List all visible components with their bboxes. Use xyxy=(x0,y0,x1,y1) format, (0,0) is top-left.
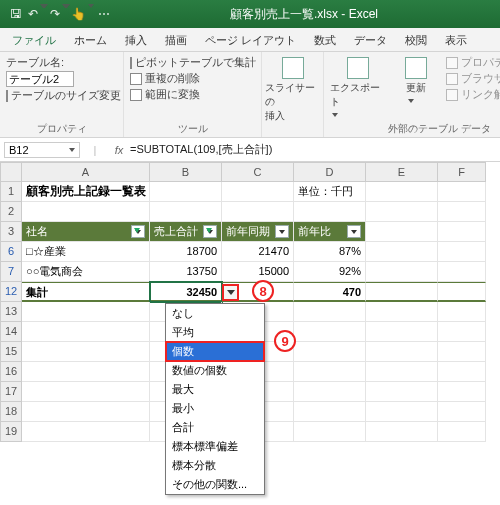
ribbon-group-external: エクスポート 更新 プロパティ ブラウザーで開く リンク解除 外部のテーブル デ… xyxy=(324,52,500,137)
filter-icon[interactable] xyxy=(203,225,217,238)
table-row[interactable]: ○○電気商会 xyxy=(22,262,150,282)
callout-9: 9 xyxy=(274,330,296,352)
agg-option-countnums[interactable]: 数値の個数 xyxy=(166,361,264,380)
totals-label[interactable]: 集計 xyxy=(22,282,150,302)
ribbon-slicer: スライサーの挿入 xyxy=(262,52,324,137)
row-header[interactable]: 15 xyxy=(0,342,22,362)
touch-mode-icon[interactable]: 👆 xyxy=(72,4,92,24)
redo-icon[interactable]: ↷ xyxy=(50,4,70,24)
row-header[interactable]: 14 xyxy=(0,322,22,342)
unit-label[interactable]: 単位：千円 xyxy=(294,182,366,202)
menu-tabs: ファイル ホーム 挿入 描画 ページ レイアウト 数式 データ 校閲 表示 xyxy=(0,28,500,52)
agg-option-average[interactable]: 平均 xyxy=(166,323,264,342)
th-total[interactable]: 売上合計 xyxy=(150,222,222,242)
tab-formulas[interactable]: 数式 xyxy=(306,29,344,51)
sheet-title[interactable]: 顧客別売上記録一覧表 xyxy=(22,182,150,202)
agg-option-max[interactable]: 最大 xyxy=(166,380,264,399)
col-header-a[interactable]: A xyxy=(22,162,150,182)
pivot-icon xyxy=(130,57,132,69)
row-header[interactable]: 1 xyxy=(0,182,22,202)
ribbon-group-properties: テーブル名: テーブルのサイズ変更 プロパティ xyxy=(0,52,124,137)
table-name-label: テーブル名: xyxy=(6,55,117,70)
table-name-input[interactable] xyxy=(6,71,74,87)
summarize-pivot-button[interactable]: ピボットテーブルで集計 xyxy=(130,55,255,70)
col-header-e[interactable]: E xyxy=(366,162,438,182)
ribbon: テーブル名: テーブルのサイズ変更 プロパティ ピボットテーブルで集計 重複の削… xyxy=(0,52,500,138)
column-headers: A B C D E F xyxy=(22,162,500,182)
refresh-icon xyxy=(405,57,427,79)
row-header[interactable]: 2 xyxy=(0,202,22,222)
name-box[interactable]: B12 xyxy=(4,142,80,158)
col-header-f[interactable]: F xyxy=(438,162,486,182)
agg-option-min[interactable]: 最小 xyxy=(166,399,264,418)
properties-icon xyxy=(446,57,458,69)
row-header[interactable]: 19 xyxy=(0,422,22,442)
tab-home[interactable]: ホーム xyxy=(66,29,115,51)
th-name[interactable]: 社名 xyxy=(22,222,150,242)
aggregate-menu: なし 平均 個数 数値の個数 最大 最小 合計 標本標準偏差 標本分散 その他の… xyxy=(165,303,265,495)
refresh-button[interactable]: 更新 xyxy=(388,55,444,120)
th-ratio[interactable]: 前年比 xyxy=(294,222,366,242)
open-browser-button[interactable]: ブラウザーで開く xyxy=(446,71,500,86)
quick-access-toolbar: 🖫 ↶ ↷ 👆 ⋯ xyxy=(6,4,114,24)
callout-8: 8 xyxy=(252,280,274,302)
tab-view[interactable]: 表示 xyxy=(437,29,475,51)
filter-icon[interactable] xyxy=(131,225,145,238)
agg-option-none[interactable]: なし xyxy=(166,304,264,323)
agg-option-count[interactable]: 個数 xyxy=(166,342,264,361)
range-icon xyxy=(130,89,142,101)
row-header[interactable]: 18 xyxy=(0,402,22,422)
row-header[interactable]: 12 xyxy=(0,282,22,302)
undo-icon[interactable]: ↶ xyxy=(28,4,48,24)
export-icon xyxy=(347,57,369,79)
formula-bar: B12 | fx =SUBTOTAL(109,[売上合計]) xyxy=(0,138,500,162)
th-prev[interactable]: 前年同期 xyxy=(222,222,294,242)
qat-more-icon[interactable]: ⋯ xyxy=(94,4,114,24)
save-icon[interactable]: 🖫 xyxy=(6,4,26,24)
col-header-d[interactable]: D xyxy=(294,162,366,182)
filter-icon[interactable] xyxy=(347,225,361,238)
row-header[interactable]: 6 xyxy=(0,242,22,262)
slicer-icon xyxy=(282,57,304,79)
row-header[interactable]: 17 xyxy=(0,382,22,402)
tab-data[interactable]: データ xyxy=(346,29,395,51)
resize-icon xyxy=(6,90,8,102)
filter-icon[interactable] xyxy=(275,225,289,238)
insert-slicer-button[interactable]: スライサーの挿入 xyxy=(265,55,321,123)
agg-option-more[interactable]: その他の関数... xyxy=(166,475,264,494)
agg-option-sum[interactable]: 合計 xyxy=(166,418,264,437)
properties-button[interactable]: プロパティ xyxy=(446,55,500,70)
table-row[interactable]: □☆産業 xyxy=(22,242,150,262)
totals-dropdown-button[interactable] xyxy=(222,284,239,301)
fx-icon[interactable]: fx xyxy=(110,144,128,156)
row-header[interactable]: 3 xyxy=(0,222,22,242)
browser-icon xyxy=(446,73,458,85)
tab-file[interactable]: ファイル xyxy=(4,29,64,51)
formula-input[interactable]: =SUBTOTAL(109,[売上合計]) xyxy=(128,142,500,157)
ribbon-group-tools: ピボットテーブルで集計 重複の削除 範囲に変換 ツール xyxy=(124,52,262,137)
totals-prev-tail[interactable]: 470 xyxy=(294,282,366,302)
row-header[interactable]: 13 xyxy=(0,302,22,322)
agg-option-var[interactable]: 標本分散 xyxy=(166,456,264,475)
tab-insert[interactable]: 挿入 xyxy=(117,29,155,51)
worksheet: A B C D E F 1 顧客別売上記録一覧表 単位：千円 2 3 社名 売上… xyxy=(0,162,500,442)
row-header[interactable]: 16 xyxy=(0,362,22,382)
unlink-button[interactable]: リンク解除 xyxy=(446,87,500,102)
unlink-icon xyxy=(446,89,458,101)
tab-draw[interactable]: 描画 xyxy=(157,29,195,51)
export-button[interactable]: エクスポート xyxy=(330,55,386,120)
window-title: 顧客別売上一覧.xlsx - Excel xyxy=(114,6,494,23)
title-bar: 🖫 ↶ ↷ 👆 ⋯ 顧客別売上一覧.xlsx - Excel xyxy=(0,0,500,28)
tab-review[interactable]: 校閲 xyxy=(397,29,435,51)
col-header-c[interactable]: C xyxy=(222,162,294,182)
agg-option-stdev[interactable]: 標本標準偏差 xyxy=(166,437,264,456)
convert-to-range-button[interactable]: 範囲に変換 xyxy=(130,87,255,102)
totals-total[interactable]: 32450 xyxy=(150,282,222,302)
dedup-icon xyxy=(130,73,142,85)
resize-table-button[interactable]: テーブルのサイズ変更 xyxy=(6,88,117,103)
col-header-b[interactable]: B xyxy=(150,162,222,182)
select-all-corner[interactable] xyxy=(0,162,22,182)
remove-duplicates-button[interactable]: 重複の削除 xyxy=(130,71,255,86)
tab-page-layout[interactable]: ページ レイアウト xyxy=(197,29,304,51)
row-header[interactable]: 7 xyxy=(0,262,22,282)
